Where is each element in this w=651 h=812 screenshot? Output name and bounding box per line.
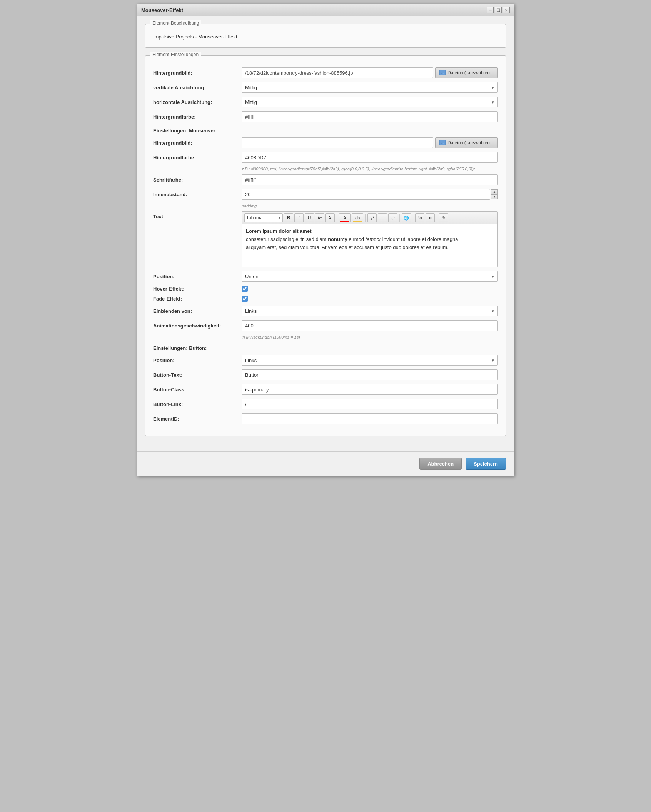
innenabstand-down-btn[interactable]: ▼	[491, 194, 498, 199]
minimize-button[interactable]: ─	[487, 7, 494, 13]
editor-line-2: consetetur sadipscing elitr, sed diam no…	[246, 236, 494, 242]
fade-effekt-checkbox[interactable]	[242, 296, 248, 302]
element-id-row: ElementID:	[153, 413, 498, 424]
hover-hintergrundfarbe-control	[242, 152, 498, 163]
horizontale-select-wrap: Mittig Links Rechts ▼	[242, 97, 498, 107]
description-text: Impulsive Projects - Mouseover-Effekt	[153, 34, 498, 40]
font-color-button[interactable]: A	[339, 213, 351, 222]
hintergrundbild-control: Datei(en) auswählen...	[242, 67, 498, 78]
text-label: Text:	[153, 211, 242, 219]
einblenden-select[interactable]: Links Rechts Oben Unten	[242, 306, 498, 316]
maximize-button[interactable]: ☐	[495, 7, 502, 13]
hover-hintergrundbild-control: Datei(en) auswählen...	[242, 137, 498, 148]
button-text-row: Button-Text:	[153, 369, 498, 380]
animationsgeschwindigkeit-row: Animationsgeschwindigkeit:	[153, 320, 498, 331]
hover-effekt-checkbox[interactable]	[242, 286, 248, 292]
align-center-button[interactable]: ≡	[378, 213, 387, 222]
vertikale-label: vertikale Ausrichtung:	[153, 85, 242, 90]
unordered-list-button[interactable]: ••	[426, 213, 435, 222]
schriftfarbe-control	[242, 174, 498, 185]
hover-effekt-control	[242, 286, 498, 292]
innenabstand-row: Innenabstand: ▲ ▼	[153, 189, 498, 200]
align-right-button[interactable]: ⇄	[388, 213, 397, 222]
hintergrundbild-file-btn[interactable]: Datei(en) auswählen...	[435, 67, 498, 78]
editor-content[interactable]: Lorem ipsum dolor sit amet consetetur sa…	[242, 224, 497, 267]
element-id-input[interactable]	[242, 413, 498, 424]
highlight-button[interactable]: ab	[352, 213, 363, 222]
schriftfarbe-label: Schriftfarbe:	[153, 177, 242, 183]
button-position-label: Position:	[153, 358, 242, 363]
innenabstand-input[interactable]	[242, 189, 490, 200]
main-window: Mouseover-Effekt ─ ☐ ✕ Element-Beschreib…	[137, 4, 514, 476]
text-editor: Tahoma Arial Times New Roman ▼ B I U A+ …	[242, 211, 498, 267]
button-class-control	[242, 384, 498, 395]
close-button[interactable]: ✕	[503, 7, 510, 13]
button-position-row: Position: Links Rechts Mitte ▼	[153, 355, 498, 366]
button-class-input[interactable]	[242, 384, 498, 395]
highlight-swatch	[353, 221, 362, 222]
save-button[interactable]: Speichern	[466, 458, 506, 470]
button-position-select-wrap: Links Rechts Mitte ▼	[242, 355, 498, 366]
editor-line-3: aliquyam erat, sed diam voluptua. At ver…	[246, 244, 494, 250]
toolbar-sep-2	[365, 214, 366, 222]
animationsgeschwindigkeit-input[interactable]	[242, 320, 498, 331]
source-button[interactable]: ✎	[439, 213, 448, 222]
subscript-button[interactable]: A-	[326, 213, 335, 222]
hintergrundfarbe-control	[242, 111, 498, 122]
button-link-input[interactable]	[242, 399, 498, 409]
hover-hintergrundfarbe-row: Hintergrundfarbe:	[153, 152, 498, 163]
italic-button[interactable]: I	[294, 213, 304, 222]
button-link-control	[242, 399, 498, 409]
image-icon	[439, 70, 446, 75]
hover-hintergrundbild-input[interactable]	[242, 137, 433, 148]
font-color-icon: A	[343, 216, 346, 220]
horizontale-select[interactable]: Mittig Links Rechts	[242, 97, 498, 107]
hintergrundfarbe-row: Hintergrundfarbe:	[153, 111, 498, 122]
schriftfarbe-input[interactable]	[242, 174, 498, 185]
align-left-button[interactable]: ⇄	[367, 213, 377, 222]
button-text-input[interactable]	[242, 369, 498, 380]
button-section-label: Einstellungen: Button:	[153, 345, 498, 351]
window-controls: ─ ☐ ✕	[487, 7, 510, 13]
underline-button[interactable]: U	[305, 213, 314, 222]
innenabstand-up-btn[interactable]: ▲	[491, 189, 498, 194]
vertikale-control: Mittig Oben Unten ▼	[242, 82, 498, 93]
vertikale-select[interactable]: Mittig Oben Unten	[242, 82, 498, 93]
fade-effekt-label: Fade-Effekt:	[153, 296, 242, 302]
hover-effekt-label: Hover-Effekt:	[153, 286, 242, 292]
button-position-select[interactable]: Links Rechts Mitte	[242, 355, 498, 366]
ordered-list-button[interactable]: №	[415, 213, 424, 222]
vertikale-select-wrap: Mittig Oben Unten ▼	[242, 82, 498, 93]
font-select[interactable]: Tahoma Arial Times New Roman	[244, 213, 283, 222]
highlight-icon: ab	[355, 216, 360, 220]
animationsgeschwindigkeit-label: Animationsgeschwindigkeit:	[153, 323, 242, 329]
superscript-button[interactable]: A+	[315, 213, 324, 222]
hintergrundbild-label: Hintergrundbild:	[153, 70, 242, 76]
element-id-label: ElementID:	[153, 416, 242, 422]
element-settings-legend: Element-Einstellungen	[150, 52, 201, 57]
hintergrundbild-input[interactable]	[242, 67, 433, 78]
innenabstand-spinner: ▲ ▼	[491, 189, 498, 199]
toolbar-sep-1	[337, 214, 337, 222]
link-button[interactable]: 🌐	[402, 213, 411, 222]
hover-hintergrundfarbe-input[interactable]	[242, 152, 498, 163]
cancel-button[interactable]: Abbrechen	[419, 458, 462, 470]
element-description-legend: Element-Beschreibung	[150, 20, 201, 26]
position-select[interactable]: Unten Oben Links Rechts Mitte	[242, 271, 498, 282]
schriftfarbe-row: Schriftfarbe:	[153, 174, 498, 185]
position-row: Position: Unten Oben Links Rechts Mitte …	[153, 271, 498, 282]
hintergrundbild-row: Hintergrundbild: Datei(en) auswählen...	[153, 67, 498, 78]
einblenden-select-wrap: Links Rechts Oben Unten ▼	[242, 306, 498, 316]
vertikale-row: vertikale Ausrichtung: Mittig Oben Unten…	[153, 82, 498, 93]
hover-hintergrundbild-input-group: Datei(en) auswählen...	[242, 137, 498, 148]
hover-image-icon	[439, 140, 446, 145]
innenabstand-hint: padding	[242, 204, 498, 208]
toolbar-sep-5	[437, 214, 437, 222]
hintergrundfarbe-input[interactable]	[242, 111, 498, 122]
hover-hintergrundbild-file-btn[interactable]: Datei(en) auswählen...	[435, 137, 498, 148]
mouseover-section-label: Einstellungen: Mouseover:	[153, 128, 498, 134]
einblenden-control: Links Rechts Oben Unten ▼	[242, 306, 498, 316]
font-select-wrap: Tahoma Arial Times New Roman ▼	[244, 213, 283, 222]
bold-button[interactable]: B	[284, 213, 293, 222]
horizontale-label: horizontale Ausrichtung:	[153, 99, 242, 105]
